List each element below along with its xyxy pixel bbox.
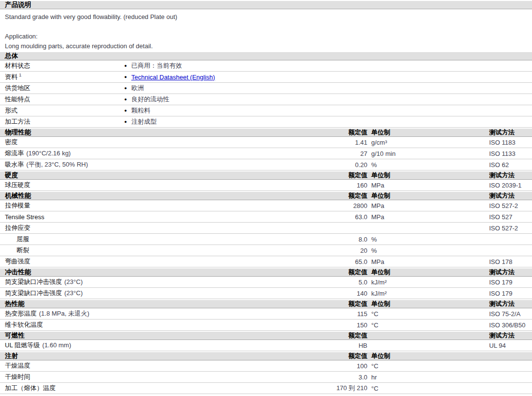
- column-header-test-method: 测试方法: [489, 128, 532, 137]
- section-rows: UL 阻燃等级(1.60 mm) HB UL 94: [0, 340, 532, 351]
- section-header-bar: 可燃性 额定值 测试方法: [0, 332, 532, 340]
- column-header-test-method: 测试方法: [489, 171, 532, 180]
- column-header-test-method: 测试方法: [489, 331, 532, 340]
- unit-value: MPa: [367, 202, 489, 209]
- general-label-text: 性能特点: [5, 95, 30, 103]
- general-value[interactable]: Technical Datasheet (English): [131, 74, 215, 81]
- test-method: ISO 75-2/A: [489, 310, 532, 318]
- test-method: ISO 2039-1: [489, 182, 532, 189]
- property-condition: (1.60 mm): [42, 341, 71, 349]
- unit-value: g/cm³: [367, 139, 489, 146]
- rated-value: 63.0: [310, 213, 367, 221]
- test-method: ISO 62: [489, 161, 532, 169]
- bullet-icon: ●: [124, 97, 127, 102]
- test-method: UL 94: [489, 342, 532, 349]
- section-title: 冲击性能: [0, 268, 310, 277]
- section-rows: 密度 1.41 g/cm³ ISO 1183 熔流率(190°C/2.16 kg…: [0, 137, 532, 170]
- application-text: Long moulding parts, accurate reproducti…: [0, 40, 532, 50]
- table-row: 拉伸应变 ISO 527-2: [0, 223, 532, 234]
- test-method: ISO 527-2: [489, 202, 532, 209]
- column-header-rated-value: 额定值: [310, 171, 367, 180]
- rated-value: 140: [310, 290, 367, 297]
- unit-value: hr: [367, 374, 489, 381]
- property-label-cell: 吸水率(平衡, 23°C, 50% RH): [0, 160, 310, 169]
- property-condition: (23°C): [64, 289, 83, 297]
- property-label-cell: 拉伸模量: [0, 201, 310, 210]
- table-row: 干燥温度 100 °C: [0, 360, 532, 372]
- property-label: 简支梁缺口冲击强度: [5, 278, 62, 285]
- table-row: 熔流率(190°C/2.16 kg) 27 g/10 min ISO 1133: [0, 148, 532, 159]
- property-label-cell: 熔流率(190°C/2.16 kg): [0, 149, 310, 158]
- rated-value: 2800: [310, 202, 367, 209]
- section-header-bar: 硬度 额定值 单位制 测试方法: [0, 171, 532, 180]
- property-condition: (平衡, 23°C, 50% RH): [26, 161, 88, 168]
- bullet-icon: ●: [124, 108, 127, 113]
- property-section: 硬度 额定值 单位制 测试方法 球压硬度 160 MPa IS: [0, 171, 532, 191]
- rated-value: 150: [310, 321, 367, 329]
- general-row: 供货地区 ● 欧洲: [0, 83, 532, 94]
- column-header-test-method: 测试方法: [489, 191, 532, 200]
- rated-value: 100: [310, 362, 367, 370]
- general-value: 已商用：当前有效: [131, 61, 182, 70]
- column-header-rated-value: 额定值: [310, 268, 367, 277]
- section-rows: 热变形温度(1.8 MPa, 未退火) 115 °C ISO 75-2/A 维卡…: [0, 308, 532, 331]
- general-value: 欧洲: [131, 84, 144, 93]
- application-label: Application:: [0, 20, 532, 40]
- property-label: 简支梁缺口冲击强度: [5, 289, 62, 297]
- general-section-title: 总体: [0, 52, 532, 60]
- general-label: 性能特点: [0, 95, 124, 104]
- section-header-bar: 热性能 额定值 单位制 测试方法: [0, 300, 532, 308]
- general-value-cell: ● 欧洲: [124, 84, 532, 93]
- property-label-cell: 干燥时间: [0, 373, 310, 381]
- column-header-unit-system: 单位制: [367, 300, 489, 308]
- property-label: UL 阻燃等级: [5, 341, 40, 349]
- rated-value: 20: [310, 247, 367, 254]
- unit-value: °C: [367, 385, 489, 392]
- general-value-cell: ● 良好的流动性: [124, 95, 532, 104]
- property-label: 吸水率: [5, 161, 24, 168]
- section-header-bar: 冲击性能 额定值 单位制 测试方法: [0, 268, 532, 277]
- property-label: 屈服: [17, 235, 29, 243]
- unit-value: kJ/m²: [367, 290, 489, 297]
- rated-value: HB: [310, 342, 367, 349]
- rated-value: 65.0: [310, 258, 367, 265]
- table-row: 简支梁缺口冲击强度(23°C) 5.0 kJ/m² ISO 179: [0, 277, 532, 288]
- property-sections: 物理性能 额定值 单位制 测试方法 密度 1.41 g/cm³: [0, 129, 532, 394]
- property-label-cell: 维卡软化温度: [0, 321, 310, 329]
- column-header-unit-system: 单位制: [367, 352, 489, 360]
- property-label: 维卡软化温度: [5, 321, 43, 328]
- general-rows: 材料状态 ● 已商用：当前有效 资料1 ● Technical Datashee…: [0, 60, 532, 128]
- general-value: 颗粒料: [131, 106, 150, 115]
- section-title: 硬度: [0, 171, 310, 180]
- product-description-header-bar: 产品说明: [0, 1, 532, 9]
- bullet-icon: ●: [124, 86, 127, 91]
- property-section: 冲击性能 额定值 单位制 测试方法 简支梁缺口冲击强度(23°C) 5.0 kJ…: [0, 268, 532, 299]
- section-header-bar: 机械性能 额定值 单位制 测试方法: [0, 192, 532, 200]
- product-description-title: 产品说明: [0, 0, 532, 9]
- general-label-text: 加工方法: [5, 118, 30, 125]
- general-row: 资料1 ● Technical Datasheet (English): [0, 72, 532, 83]
- unit-value: °C: [367, 321, 489, 329]
- section-title: 物理性能: [0, 128, 310, 137]
- property-section: 物理性能 额定值 单位制 测试方法 密度 1.41 g/cm³: [0, 129, 532, 170]
- general-row: 材料状态 ● 已商用：当前有效: [0, 60, 532, 72]
- general-value-cell: ● 颗粒料: [124, 106, 532, 115]
- property-label: 干燥时间: [5, 373, 30, 380]
- property-label-cell: 断裂: [0, 246, 310, 255]
- column-header-unit-system: 单位制: [367, 268, 489, 277]
- property-section: 可燃性 额定值 测试方法 UL 阻燃等级(1.60 mm) HB: [0, 332, 532, 351]
- test-method: ISO 306/B50: [489, 321, 532, 329]
- bullet-icon: ●: [124, 75, 127, 79]
- property-label-cell: 密度: [0, 138, 310, 147]
- table-row: 干燥时间 3.0 hr: [0, 372, 532, 383]
- property-section: 注射 额定值 单位制 干燥温度 100 °C: [0, 352, 532, 394]
- general-row: 形式 ● 颗粒料: [0, 105, 532, 116]
- general-label-text: 供货地区: [5, 84, 30, 92]
- table-row: 屈服 8.0 %: [0, 234, 532, 245]
- column-header-test-method: 测试方法: [489, 268, 532, 277]
- general-label: 形式: [0, 106, 124, 115]
- property-label: 拉伸模量: [5, 202, 30, 209]
- column-header-rated-value: 额定值: [310, 331, 367, 340]
- rated-value: 160: [310, 182, 367, 189]
- table-row: 简支梁缺口冲击强度(23°C) 140 kJ/m² ISO 179: [0, 288, 532, 299]
